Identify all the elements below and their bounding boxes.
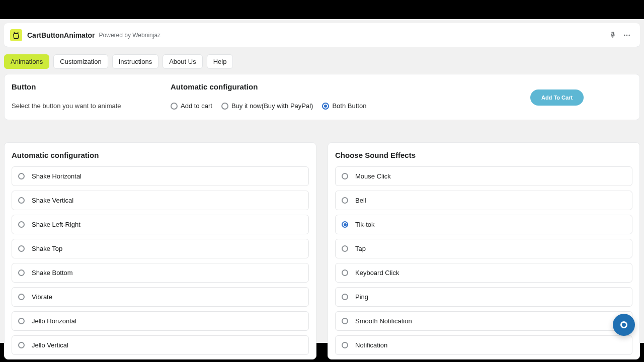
sound-option-label: Keyboard Click (355, 269, 399, 277)
sound-option[interactable]: Smooth Notification (335, 311, 632, 331)
chat-bubble-icon (620, 321, 627, 328)
button-target-radio[interactable]: Both Button (322, 102, 366, 110)
tab-animations[interactable]: Animations (4, 54, 49, 69)
radio-icon (342, 173, 348, 179)
app-powered-by: Powered by Webninjaz (99, 32, 161, 39)
animation-list-title: Automatic configuration (12, 151, 309, 159)
radio-icon (18, 294, 25, 300)
sound-option-label: Smooth Notification (355, 317, 412, 325)
svg-point-0 (624, 34, 625, 35)
radio-icon (342, 197, 348, 204)
radio-icon (342, 221, 348, 228)
sound-effects-card: Choose Sound Effects Mouse ClickBellTik-… (328, 142, 640, 359)
sound-option[interactable]: Tap (335, 239, 632, 258)
sound-option[interactable]: Keyboard Click (335, 263, 632, 283)
app-logo-icon (10, 29, 22, 41)
animation-option-label: Shake Vertical (32, 197, 73, 204)
animation-option-label: Shake Bottom (32, 269, 73, 277)
radio-icon (171, 103, 178, 110)
sound-option[interactable]: Ping (335, 287, 632, 307)
animation-option-label: Shake Horizontal (32, 172, 82, 180)
radio-icon (18, 318, 25, 324)
more-icon[interactable] (620, 28, 634, 42)
radio-icon (342, 294, 348, 300)
animation-option[interactable]: Shake Horizontal (12, 166, 309, 186)
sound-effects-title: Choose Sound Effects (335, 151, 632, 159)
animation-option[interactable]: Shake Left-Right (12, 215, 309, 234)
sound-option-label: Bell (355, 197, 366, 204)
radio-icon (18, 342, 25, 348)
button-section-title: Button (12, 82, 171, 91)
pin-icon[interactable] (606, 28, 620, 42)
sound-option-label: Ping (355, 293, 368, 301)
radio-label: Buy it now(Buy with PayPal) (231, 102, 313, 110)
sound-option[interactable]: Notification (335, 335, 632, 355)
svg-point-1 (626, 34, 627, 35)
button-target-radio[interactable]: Add to cart (171, 102, 212, 110)
button-target-radio[interactable]: Buy it now(Buy with PayPal) (221, 102, 313, 110)
svg-point-2 (628, 34, 629, 35)
radio-icon (342, 342, 348, 348)
radio-icon (221, 103, 228, 110)
add-to-cart-preview-button[interactable]: Add To Cart (530, 89, 584, 106)
tabs-row: AnimationsCustomizationInstructionsAbout… (0, 47, 644, 74)
radio-icon (18, 197, 25, 204)
radio-label: Add to cart (181, 102, 212, 110)
radio-icon (342, 318, 348, 324)
animation-option-label: Jello Vertical (32, 341, 68, 349)
radio-icon (18, 221, 25, 228)
radio-icon (342, 269, 348, 276)
animation-list-card: Automatic configuration Shake Horizontal… (4, 142, 316, 359)
sound-option[interactable]: Tik-tok (335, 215, 632, 234)
tab-customization[interactable]: Customization (53, 54, 108, 69)
sound-option-label: Tik-tok (355, 221, 375, 228)
sound-option[interactable]: Mouse Click (335, 166, 632, 186)
radio-icon (18, 245, 25, 252)
sound-option-label: Mouse Click (355, 172, 391, 180)
animation-option[interactable]: Vibrate (12, 287, 309, 307)
auto-config-title: Automatic configuration (171, 82, 481, 91)
sound-option-label: Tap (355, 245, 366, 252)
tab-about-us[interactable]: About Us (163, 54, 202, 69)
radio-icon (322, 103, 329, 110)
radio-icon (18, 173, 25, 179)
animation-option[interactable]: Shake Vertical (12, 191, 309, 210)
animation-option[interactable]: Shake Top (12, 239, 309, 258)
radio-label: Both Button (332, 102, 366, 110)
animation-option-label: Shake Left-Right (32, 221, 80, 228)
radio-icon (18, 269, 25, 276)
app-header: CartButtonAnimator Powered by Webninjaz (4, 23, 640, 47)
sound-option[interactable]: Bell (335, 191, 632, 210)
radio-icon (342, 245, 348, 252)
animation-option-label: Vibrate (32, 293, 52, 301)
button-config-card: Button Select the button you want to ani… (4, 74, 640, 120)
button-section-description: Select the button you want to animate (12, 102, 171, 110)
sound-option-label: Notification (355, 341, 387, 349)
tab-instructions[interactable]: Instructions (112, 54, 158, 69)
animation-option-label: Shake Top (32, 245, 62, 252)
animation-option[interactable]: Shake Bottom (12, 263, 309, 283)
app-title: CartButtonAnimator (27, 31, 95, 39)
auto-config-radio-row: Add to cartBuy it now(Buy with PayPal)Bo… (171, 102, 481, 110)
tab-help[interactable]: Help (207, 54, 233, 69)
animation-option-label: Jello Horizontal (32, 317, 76, 325)
chat-support-button[interactable] (613, 314, 635, 336)
animation-option[interactable]: Jello Vertical (12, 335, 309, 355)
animation-option[interactable]: Jello Horizontal (12, 311, 309, 331)
